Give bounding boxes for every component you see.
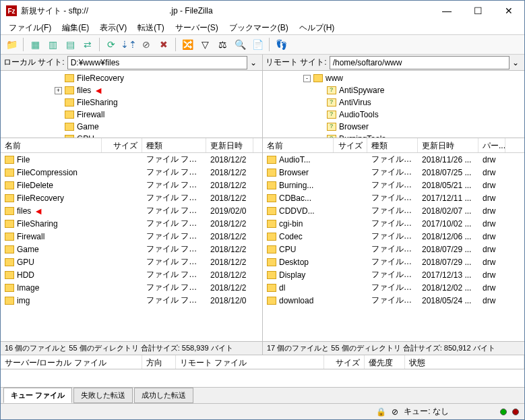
- remote-col-date[interactable]: 更新日時: [418, 138, 478, 152]
- queue-tabs: キュー ファイル 失敗した転送 成功した転送: [1, 387, 524, 403]
- local-path-input[interactable]: [67, 56, 247, 69]
- tree-item[interactable]: -www: [263, 72, 524, 84]
- remote-col-perm[interactable]: パー...: [478, 138, 505, 152]
- expander-icon[interactable]: -: [303, 75, 311, 82]
- queue-col-state[interactable]: 状態: [405, 355, 524, 369]
- menu-view[interactable]: 表示(V): [96, 21, 131, 35]
- list-item[interactable]: Codecファイル フォ...2018/12/06 ...drw: [263, 230, 524, 243]
- compare-button[interactable]: ⚖: [214, 36, 230, 53]
- list-item[interactable]: GPUファイル フォルダー2018/12/2: [1, 256, 262, 268]
- menu-file[interactable]: ファイル(F): [5, 21, 55, 35]
- local-col-date[interactable]: 更新日時: [206, 138, 253, 152]
- tree-item-label: FileRecovery: [77, 73, 124, 83]
- menu-server[interactable]: サーバー(S): [171, 21, 222, 35]
- folder-icon: [5, 245, 14, 253]
- menu-edit[interactable]: 編集(E): [58, 21, 93, 35]
- local-col-type[interactable]: 種類: [142, 138, 206, 152]
- list-item[interactable]: AudioT...ファイル フォ...2018/11/26 ...drw: [263, 153, 524, 166]
- file-name: FileSharing: [17, 219, 58, 229]
- list-item[interactable]: CPUファイル フォ...2018/07/29 ...drw: [263, 243, 524, 256]
- list-item[interactable]: CDBac...ファイル フォ...2017/12/11 ...drw: [263, 191, 524, 204]
- close-button[interactable]: ✕: [493, 1, 524, 21]
- sync-browse-button[interactable]: 🔍: [232, 36, 248, 53]
- process-queue-button[interactable]: ⇣⇡: [121, 36, 137, 53]
- cancel-button[interactable]: ⊘: [138, 36, 154, 53]
- toggle-remote-tree-button[interactable]: ▤: [62, 36, 78, 53]
- tree-item[interactable]: AudioTools: [263, 109, 524, 121]
- tab-failed[interactable]: 失敗した転送: [73, 388, 133, 403]
- arrow-annotation: ◄: [94, 85, 103, 96]
- remote-tree[interactable]: -wwwAntiSpywareAntiVirusAudioToolsBrowse…: [263, 71, 524, 138]
- menu-help[interactable]: ヘルプ(H): [295, 21, 339, 35]
- tree-item[interactable]: FileSharing: [1, 96, 262, 109]
- list-item[interactable]: dlファイル フォ...2018/12/02 ...drw: [263, 281, 524, 294]
- remote-path-dropdown[interactable]: ⌄: [509, 58, 522, 67]
- toggle-local-tree-button[interactable]: ▥: [44, 36, 61, 53]
- search-button[interactable]: 👣: [273, 36, 289, 53]
- queue-col-dir[interactable]: 方向: [142, 355, 176, 369]
- tree-item[interactable]: AntiVirus: [263, 96, 524, 109]
- sitemanager-button[interactable]: 📁: [3, 36, 20, 53]
- list-item[interactable]: FileDeleteファイル フォルダー2018/12/2: [1, 179, 262, 191]
- tab-queued[interactable]: キュー ファイル: [3, 388, 72, 403]
- local-col-name[interactable]: 名前: [1, 138, 102, 152]
- queue-col-remote[interactable]: リモート ファイル: [176, 355, 324, 369]
- minimize-button[interactable]: —: [431, 1, 462, 21]
- list-item[interactable]: FileRecoveryファイル フォルダー2018/12/2: [1, 191, 262, 204]
- remote-status: 17 個のファイルと 55 個のディレクトリ 合計サイズ: 850,912 バイ…: [263, 341, 524, 355]
- tree-item[interactable]: BurningTools: [263, 133, 524, 138]
- list-item[interactable]: FileCompressionファイル フォルダー2018/12/2: [1, 166, 262, 179]
- list-item[interactable]: FileSharingファイル フォルダー2018/12/2: [1, 217, 262, 230]
- local-tree[interactable]: FileRecovery+files◄FileSharingFirewallGa…: [1, 71, 262, 138]
- list-item[interactable]: Gameファイル フォルダー2018/12/2: [1, 243, 262, 256]
- refresh-button[interactable]: ⟳: [103, 36, 119, 53]
- list-item[interactable]: Displayファイル フォ...2017/12/13 ...drw: [263, 268, 524, 281]
- tree-item[interactable]: Browser: [263, 121, 524, 133]
- list-item[interactable]: Desktopファイル フォ...2018/07/29 ...drw: [263, 256, 524, 268]
- filelist-button[interactable]: 📄: [249, 36, 266, 53]
- local-path-dropdown[interactable]: ⌄: [247, 58, 259, 67]
- list-item[interactable]: Imageファイル フォルダー2018/12/2: [1, 281, 262, 294]
- remote-col-type[interactable]: 種類: [367, 138, 418, 152]
- local-file-list[interactable]: Fileファイル フォルダー2018/12/2FileCompressionファ…: [1, 153, 262, 341]
- list-item[interactable]: HDDファイル フォルダー2018/12/2: [1, 268, 262, 281]
- toggle-queue-button[interactable]: ⇄: [80, 36, 96, 53]
- filter-button[interactable]: ▽: [197, 36, 213, 53]
- list-item[interactable]: Browserファイル フォ...2018/07/25 ...drw: [263, 166, 524, 179]
- queue-col-prio[interactable]: 優先度: [365, 355, 405, 369]
- folder-icon: [5, 194, 14, 202]
- tree-item[interactable]: AntiSpyware: [263, 84, 524, 96]
- list-item[interactable]: cgi-binファイル フォ...2017/10/02 ...drw: [263, 217, 524, 230]
- list-item[interactable]: Firewallファイル フォルダー2018/12/2: [1, 230, 262, 243]
- remote-file-list[interactable]: AudioT...ファイル フォ...2018/11/26 ...drwBrow…: [263, 153, 524, 341]
- tree-item[interactable]: +files◄: [1, 84, 262, 96]
- folder-icon: [65, 123, 74, 131]
- list-item[interactable]: downloadファイル フォ...2018/05/24 ...drw: [263, 294, 524, 307]
- list-item[interactable]: Burning...ファイル フォ...2018/05/21 ...drw: [263, 179, 524, 191]
- list-item[interactable]: CDDVD...ファイル フォ...2018/02/07 ...drw: [263, 204, 524, 217]
- disconnect-button[interactable]: ✖: [156, 36, 172, 53]
- tab-success[interactable]: 成功した転送: [134, 388, 193, 403]
- remote-col-size[interactable]: サイズ: [334, 138, 367, 152]
- toggle-log-button[interactable]: ▦: [27, 36, 43, 53]
- tree-item-label: Browser: [339, 122, 369, 131]
- queue-col-size[interactable]: サイズ: [324, 355, 365, 369]
- queue-col-file[interactable]: サーバー/ローカル ファイル: [1, 355, 142, 369]
- maximize-button[interactable]: ☐: [462, 1, 493, 21]
- reconnect-button[interactable]: 🔀: [179, 36, 195, 53]
- list-item[interactable]: imgファイル フォルダー2018/12/0: [1, 294, 262, 307]
- menu-bookmarks[interactable]: ブックマーク(B): [225, 21, 292, 35]
- remote-path-input[interactable]: [330, 56, 509, 69]
- tree-item[interactable]: Firewall: [1, 109, 262, 121]
- menu-transfer[interactable]: 転送(T): [133, 21, 168, 35]
- list-item[interactable]: Fileファイル フォルダー2018/12/2: [1, 153, 262, 166]
- tree-item[interactable]: FileRecovery: [1, 72, 262, 84]
- tree-item[interactable]: GPU: [1, 133, 262, 138]
- queue-body[interactable]: [1, 369, 524, 387]
- expander-icon[interactable]: +: [55, 87, 62, 94]
- remote-col-name[interactable]: 名前: [263, 138, 334, 152]
- tree-item[interactable]: Game: [1, 121, 262, 133]
- local-col-size[interactable]: サイズ: [102, 138, 142, 152]
- list-item[interactable]: files◄ファイル フォルダー2019/02/0: [1, 204, 262, 217]
- tree-item-label: AntiSpyware: [339, 86, 384, 95]
